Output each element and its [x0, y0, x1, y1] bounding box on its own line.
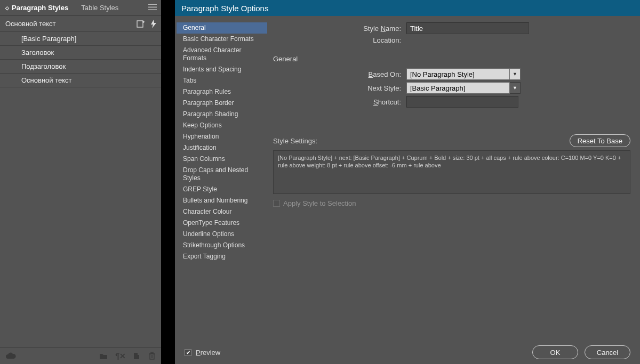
shortcut-label: Shortcut: [273, 98, 406, 106]
style-name-input[interactable] [406, 22, 529, 34]
tab-label: Paragraph Styles [12, 4, 68, 12]
new-style-icon[interactable] [137, 20, 145, 28]
category-item[interactable]: Keep Options [177, 120, 267, 131]
quick-apply-icon[interactable] [150, 20, 157, 28]
category-item[interactable]: Bullets and Numbering [177, 195, 267, 206]
tab-table-styles[interactable]: Table Styles [76, 1, 126, 15]
style-settings-label: Style Settings: [273, 137, 317, 145]
category-item[interactable]: Indents and Spacing [177, 64, 267, 75]
category-item[interactable]: Strikethrough Options [177, 240, 267, 251]
category-item[interactable]: Paragraph Rules [177, 86, 267, 98]
next-style-select[interactable]: [Basic Paragraph] [406, 82, 510, 94]
category-item[interactable]: Drop Caps and Nested Styles [177, 165, 267, 184]
style-list: [Basic Paragraph] Заголовок Подзаголовок… [0, 32, 161, 347]
category-item[interactable]: Justification [177, 142, 267, 153]
section-title: General [273, 55, 630, 63]
svg-rect-6 [150, 354, 154, 359]
category-item[interactable]: Underline Options [177, 229, 267, 240]
based-on-label: Based On: [273, 70, 406, 78]
style-item[interactable]: Основной текст [0, 74, 161, 87]
category-item[interactable]: General [177, 22, 267, 34]
chevron-down-icon[interactable]: ▼ [510, 68, 521, 80]
category-item[interactable]: Paragraph Border [177, 98, 267, 109]
reset-to-base-button[interactable]: Reset To Base [570, 134, 630, 147]
panel-menu-icon[interactable] [148, 4, 157, 10]
ok-button[interactable]: OK [532, 345, 578, 359]
apply-to-selection-checkbox [273, 200, 280, 207]
chevron-down-icon[interactable]: ▼ [510, 82, 521, 94]
category-item[interactable]: Hyphenation [177, 131, 267, 142]
category-item[interactable]: Character Colour [177, 206, 267, 217]
style-item[interactable]: Подзаголовок [0, 60, 161, 74]
svg-rect-0 [137, 21, 143, 27]
category-item[interactable]: OpenType Features [177, 217, 267, 229]
svg-marker-3 [151, 20, 156, 28]
category-item[interactable]: Paragraph Shading [177, 109, 267, 120]
category-item[interactable]: Tabs [177, 75, 267, 86]
current-style-label: Основной текст [5, 20, 56, 28]
category-item[interactable]: GREP Style [177, 184, 267, 195]
styles-panel: ◇ Paragraph Styles Table Styles Основной… [0, 0, 161, 364]
new-doc-icon[interactable] [133, 352, 141, 360]
category-item[interactable]: Basic Character Formats [177, 34, 267, 45]
style-item[interactable]: [Basic Paragraph] [0, 32, 161, 46]
preview-label: Preview [196, 349, 220, 357]
shortcut-input[interactable] [406, 96, 518, 108]
tab-paragraph-styles[interactable]: ◇ Paragraph Styles [0, 1, 76, 15]
paragraph-style-options-dialog: Paragraph Style Options General Basic Ch… [175, 0, 640, 364]
dialog-title: Paragraph Style Options [175, 0, 640, 16]
trash-icon[interactable] [148, 352, 156, 360]
ccloud-icon[interactable] [5, 352, 16, 360]
style-name-label: Style Name: [273, 25, 406, 33]
based-on-select[interactable]: [No Paragraph Style] [406, 68, 510, 80]
svg-rect-5 [138, 353, 140, 355]
style-item[interactable]: Заголовок [0, 46, 161, 60]
apply-to-selection-label: Apply Style to Selection [283, 199, 356, 207]
category-list: General Basic Character Formats Advanced… [175, 16, 269, 364]
cancel-button[interactable]: Cancel [585, 345, 630, 359]
folder-icon[interactable] [99, 352, 108, 360]
category-item[interactable]: Export Tagging [177, 251, 267, 262]
clear-override-icon[interactable]: ¶✕ [115, 352, 126, 360]
tab-label: Table Styles [81, 4, 118, 12]
category-item[interactable]: Advanced Character Formats [177, 45, 267, 64]
next-style-label: Next Style: [273, 84, 406, 92]
svg-rect-8 [151, 352, 153, 353]
preview-checkbox[interactable] [185, 349, 191, 356]
category-item[interactable]: Span Columns [177, 153, 267, 165]
location-label: Location: [273, 36, 406, 44]
updown-icon: ◇ [5, 5, 9, 11]
style-settings-box: [No Paragraph Style] + next: [Basic Para… [273, 150, 630, 194]
